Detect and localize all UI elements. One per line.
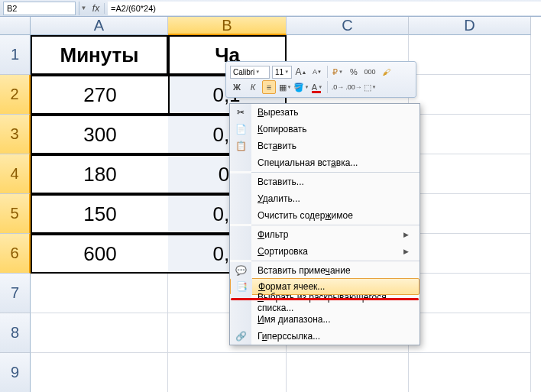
row-header-8[interactable]: 8 <box>0 313 31 353</box>
menu-pick-from-list[interactable]: Выбрать из раскрывающегося списка... <box>230 294 420 311</box>
paste-icon: 📋 <box>230 138 251 154</box>
cell-D3[interactable] <box>409 115 531 154</box>
percent-format-button[interactable]: % <box>347 65 361 79</box>
cell-A2[interactable]: 270 <box>31 75 168 115</box>
accounting-format-button[interactable]: ₽▼ <box>331 65 345 79</box>
col-header-A[interactable]: A <box>31 17 168 35</box>
copy-icon: 📄 <box>230 121 251 138</box>
align-center-button[interactable]: ≡ <box>262 80 276 94</box>
col-header-B[interactable]: B <box>168 17 287 35</box>
chevron-down-icon: ▼ <box>255 70 260 74</box>
fx-icon[interactable]: fx <box>88 3 105 14</box>
cell-D5[interactable] <box>409 194 531 234</box>
menu-insert[interactable]: Вставить... <box>230 173 420 190</box>
cell-D6[interactable] <box>409 234 531 274</box>
cell-D4[interactable] <box>409 154 531 194</box>
font-size-combo[interactable]: 11▼ <box>272 66 292 79</box>
fill-color-button[interactable]: 🪣▼ <box>294 80 308 94</box>
cell-A8[interactable] <box>31 313 168 353</box>
formula-input[interactable]: =A2/(60*24) <box>108 2 541 15</box>
cell-A6[interactable]: 600 <box>31 234 168 274</box>
name-box-value: B2 <box>7 4 17 13</box>
increase-decimal-button[interactable]: .00→ <box>347 80 361 94</box>
row-header-2[interactable]: 2 <box>0 75 31 115</box>
row-header-9[interactable]: 9 <box>0 353 31 392</box>
merge-cells-button[interactable]: ⬚▼ <box>363 80 377 94</box>
menu-clear[interactable]: Очистить содержимое <box>230 207 420 224</box>
cut-rest: ырезать <box>264 107 298 118</box>
cell-C9[interactable] <box>287 353 409 392</box>
menu-sort[interactable]: Сортировка▶ <box>230 243 420 260</box>
format-cells-icon: 📑 <box>231 278 252 295</box>
bold-button[interactable]: Ж <box>230 80 244 94</box>
submenu-arrow-icon: ▶ <box>403 231 409 238</box>
menu-hyperlink[interactable]: 🔗Гиперссылка... <box>230 328 420 345</box>
cell-A4[interactable]: 180 <box>31 154 168 194</box>
italic-button[interactable]: К <box>246 80 260 94</box>
grow-font-button[interactable]: A▲ <box>294 65 308 79</box>
row-header-3[interactable]: 3 <box>0 115 31 154</box>
chevron-down-icon: ▼ <box>284 70 289 74</box>
cell-A7[interactable] <box>31 274 168 313</box>
context-menu: ✂Вырезать 📄Копировать 📋Вставить Специаль… <box>229 103 420 345</box>
menu-delete[interactable]: Удалить... <box>230 190 420 207</box>
name-box[interactable]: B2 <box>3 2 76 15</box>
cell-D8[interactable] <box>409 313 531 353</box>
formula-text: =A2/(60*24) <box>111 4 156 13</box>
cell-D2[interactable] <box>409 75 531 115</box>
row-header-1[interactable]: 1 <box>0 35 31 75</box>
format-painter-button[interactable]: 🖌 <box>379 65 393 79</box>
menu-copy[interactable]: 📄Копировать <box>230 121 420 138</box>
font-name-combo[interactable]: Calibri▼ <box>230 66 270 79</box>
col-header-D[interactable]: D <box>409 17 531 35</box>
cell-A1[interactable]: Минуты <box>31 35 168 75</box>
borders-button[interactable]: ▦▼ <box>278 80 292 94</box>
decrease-decimal-button[interactable]: .0→ <box>331 80 345 94</box>
row-header-7[interactable]: 7 <box>0 274 31 313</box>
annotation-redline <box>231 298 419 300</box>
col-header-C[interactable]: C <box>287 17 409 35</box>
menu-paste[interactable]: 📋Вставить <box>230 138 420 154</box>
comment-icon: 💬 <box>230 262 251 279</box>
font-color-button[interactable]: A▼ <box>310 80 324 94</box>
menu-name-range[interactable]: Имя диапазона... <box>230 311 420 328</box>
cell-D1[interactable] <box>409 35 531 75</box>
hyperlink-icon: 🔗 <box>230 328 251 345</box>
menu-paste-special[interactable]: Специальная вставка... <box>230 154 420 171</box>
select-all-corner[interactable] <box>0 17 31 35</box>
row-header-4[interactable]: 4 <box>0 154 31 194</box>
submenu-arrow-icon: ▶ <box>403 248 409 255</box>
cut-icon: ✂ <box>230 104 251 121</box>
cell-D7[interactable] <box>409 274 531 313</box>
cell-A5[interactable]: 150 <box>31 194 168 234</box>
menu-cut[interactable]: ✂Вырезать <box>230 104 420 121</box>
row-header-5[interactable]: 5 <box>0 194 31 234</box>
cell-D9[interactable] <box>409 353 531 392</box>
shrink-font-button[interactable]: A▼ <box>310 65 324 79</box>
menu-filter[interactable]: Фильтр▶ <box>230 226 420 243</box>
cell-A3[interactable]: 300 <box>31 115 168 154</box>
name-box-dropdown[interactable]: ▼ <box>79 2 88 15</box>
cell-A9[interactable] <box>31 353 168 392</box>
menu-insert-comment[interactable]: 💬Вставить примечание <box>230 262 420 279</box>
comma-format-button[interactable]: 000 <box>363 65 377 79</box>
cell-B9[interactable] <box>168 353 287 392</box>
row-header-6[interactable]: 6 <box>0 234 31 274</box>
mini-toolbar: Calibri▼ 11▼ A▲ A▼ ₽▼ % 000 🖌 Ж К ≡ ▦▼ 🪣… <box>225 61 416 98</box>
